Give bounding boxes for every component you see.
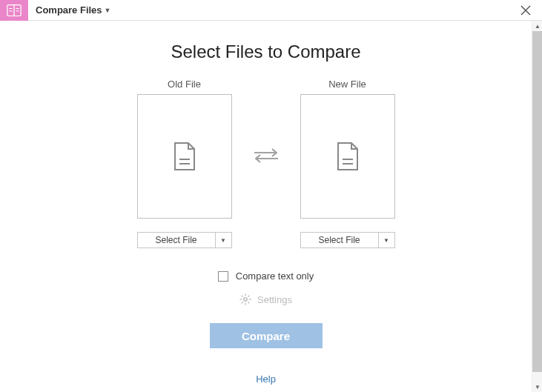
scrollbar-up-icon[interactable]: ▲ [532, 21, 542, 31]
file-selection-row: Old File Select File ▼ [0, 79, 532, 248]
header-menu[interactable]: Compare Files ▼ [36, 4, 111, 16]
header-title-text: Compare Files [36, 4, 102, 16]
new-file-dropzone[interactable] [300, 94, 395, 219]
settings-label: Settings [257, 294, 292, 305]
help-link[interactable]: Help [256, 373, 276, 385]
svg-line-19 [242, 296, 243, 297]
chevron-down-icon: ▼ [105, 7, 111, 14]
compare-text-only-checkbox[interactable]: Compare text only [218, 270, 314, 282]
new-select-file-button[interactable]: Select File [300, 232, 379, 248]
old-file-dropzone[interactable] [137, 94, 232, 219]
old-file-column: Old File Select File ▼ [137, 79, 232, 248]
checkbox-box [218, 271, 228, 282]
main-content: Select Files to Compare Old File Select … [0, 21, 532, 392]
compare-button[interactable]: Compare [210, 323, 323, 348]
old-select-file-dropdown[interactable]: ▼ [216, 232, 232, 248]
scrollbar-thumb[interactable] [532, 31, 542, 372]
options-section: Compare text only Settings Compare Help [0, 270, 532, 385]
old-file-label: Old File [168, 79, 201, 90]
new-select-file-dropdown[interactable]: ▼ [379, 232, 395, 248]
svg-point-14 [244, 298, 247, 301]
close-button[interactable] [518, 3, 533, 18]
app-logo [0, 0, 28, 21]
svg-line-20 [248, 302, 250, 304]
compare-text-only-label: Compare text only [236, 270, 314, 282]
gear-icon [239, 293, 251, 305]
old-select-file-button[interactable]: Select File [137, 232, 216, 248]
close-icon [520, 5, 531, 16]
header-bar: Compare Files ▼ [0, 0, 542, 21]
old-select-file-group: Select File ▼ [137, 232, 232, 248]
swap-arrows [253, 79, 280, 219]
compare-logo-icon [7, 4, 22, 17]
settings-button: Settings [239, 293, 292, 305]
svg-line-21 [242, 302, 243, 304]
scrollbar-down-icon[interactable]: ▼ [532, 382, 542, 392]
new-select-file-group: Select File ▼ [300, 232, 395, 248]
new-file-label: New File [328, 79, 366, 90]
page-title: Select Files to Compare [0, 41, 532, 62]
svg-line-22 [248, 296, 250, 297]
new-file-column: New File Select File ▼ [300, 79, 395, 248]
document-icon [172, 142, 197, 171]
document-icon [335, 142, 360, 171]
scrollbar[interactable]: ▲ ▼ [532, 21, 542, 392]
swap-arrows-icon [253, 147, 280, 165]
